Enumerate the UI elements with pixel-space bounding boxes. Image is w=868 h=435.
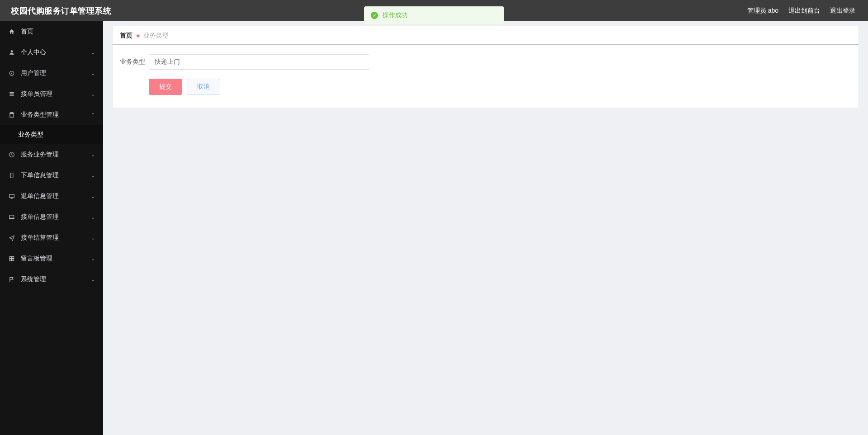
- chevron-down-icon: ⌄: [91, 71, 95, 76]
- menu-label: 下单信息管理: [21, 171, 59, 180]
- chevron-down-icon: ⌄: [91, 194, 95, 199]
- submenu-label: 业务类型: [18, 131, 43, 139]
- menu-personal-center[interactable]: 个人中心 ⌄: [0, 42, 103, 63]
- chevron-down-icon: ⌄: [91, 214, 95, 220]
- menu-message-board-mgmt[interactable]: 留言板管理 ⌄: [0, 248, 103, 269]
- chevron-down-icon: ⌄: [91, 235, 95, 241]
- toast-text: 操作成功: [382, 11, 408, 19]
- menu-system-mgmt[interactable]: 系统管理 ⌄: [0, 269, 103, 290]
- menu-user-mgmt[interactable]: 用户管理 ⌄: [0, 63, 103, 84]
- heart-icon: ♥: [136, 32, 140, 39]
- chevron-down-icon: ⌄: [91, 152, 95, 158]
- sidebar: 首页 个人中心 ⌄ 用户管理 ⌄ 接单员管理 ⌄ 业务类型管理 ⌃ 业务类型 服…: [0, 21, 103, 435]
- menu-label: 个人中心: [21, 48, 46, 57]
- menu-service-business-mgmt[interactable]: 服务业务管理 ⌄: [0, 144, 103, 165]
- chevron-up-icon: ⌃: [91, 112, 95, 118]
- success-check-icon: [371, 12, 378, 19]
- svg-point-1: [11, 73, 12, 74]
- header-actions: 管理员 abo 退出到前台 退出登录: [747, 7, 868, 15]
- chevron-down-icon: ⌄: [91, 91, 95, 97]
- monitor-icon: [8, 193, 15, 199]
- grid-icon: [8, 255, 15, 262]
- form-actions: 提交 取消: [120, 79, 851, 95]
- menu-label: 接单信息管理: [21, 213, 59, 221]
- menu-business-type-mgmt[interactable]: 业务类型管理 ⌃: [0, 104, 103, 125]
- target-icon: [8, 70, 15, 76]
- menu-home[interactable]: 首页: [0, 21, 103, 42]
- clock-icon: [8, 151, 15, 158]
- menu-receiver-mgmt[interactable]: 接单员管理 ⌄: [0, 84, 103, 104]
- menu-label: 接单结算管理: [21, 234, 59, 242]
- menu-label: 首页: [21, 28, 33, 36]
- cancel-button[interactable]: 取消: [187, 79, 220, 95]
- send-icon: [8, 235, 15, 241]
- admin-label[interactable]: 管理员 abo: [747, 7, 778, 15]
- submenu-business-type[interactable]: 业务类型: [0, 125, 103, 144]
- menu-order-info-mgmt[interactable]: 下单信息管理 ⌄: [0, 165, 103, 186]
- phone-icon: [8, 172, 15, 179]
- success-toast: 操作成功: [364, 6, 504, 24]
- form-card: 首页 ♥ 业务类型 业务类型 提交 取消: [112, 26, 859, 108]
- menu-refund-info-mgmt[interactable]: 退单信息管理 ⌄: [0, 186, 103, 207]
- exit-to-front-link[interactable]: 退出到前台: [788, 7, 820, 15]
- form-body: 业务类型 提交 取消: [113, 45, 859, 108]
- home-icon: [8, 28, 15, 35]
- chevron-down-icon: ⌄: [91, 256, 95, 262]
- menu-accept-info-mgmt[interactable]: 接单信息管理 ⌄: [0, 207, 103, 227]
- menu-settlement-mgmt[interactable]: 接单结算管理 ⌄: [0, 227, 103, 248]
- app-title: 校园代购服务订单管理系统: [0, 5, 111, 16]
- flag-icon: [8, 276, 15, 283]
- main-content: 首页 ♥ 业务类型 业务类型 提交 取消: [103, 21, 868, 435]
- logout-link[interactable]: 退出登录: [830, 7, 855, 15]
- business-type-input[interactable]: [149, 54, 370, 70]
- submit-button[interactable]: 提交: [149, 79, 182, 95]
- menu-label: 服务业务管理: [21, 151, 59, 159]
- list-icon: [8, 91, 15, 97]
- svg-rect-5: [9, 215, 14, 218]
- menu-label: 系统管理: [21, 275, 46, 284]
- menu-label: 用户管理: [21, 69, 46, 77]
- breadcrumb-home[interactable]: 首页: [120, 32, 132, 40]
- business-type-row: 业务类型: [120, 54, 851, 70]
- svg-rect-3: [10, 173, 13, 178]
- menu-label: 留言板管理: [21, 255, 52, 263]
- chevron-down-icon: ⌄: [91, 173, 95, 179]
- menu-label: 业务类型管理: [21, 111, 59, 119]
- chevron-down-icon: ⌄: [91, 277, 95, 283]
- user-icon: [8, 49, 15, 56]
- business-type-label: 业务类型: [120, 58, 145, 66]
- chevron-down-icon: ⌄: [91, 50, 95, 56]
- clipboard-icon: [8, 112, 15, 118]
- menu-label: 退单信息管理: [21, 192, 59, 200]
- svg-rect-4: [9, 194, 14, 198]
- laptop-icon: [8, 214, 15, 220]
- menu-label: 接单员管理: [21, 90, 52, 98]
- breadcrumb: 首页 ♥ 业务类型: [113, 26, 859, 45]
- breadcrumb-current: 业务类型: [143, 32, 169, 40]
